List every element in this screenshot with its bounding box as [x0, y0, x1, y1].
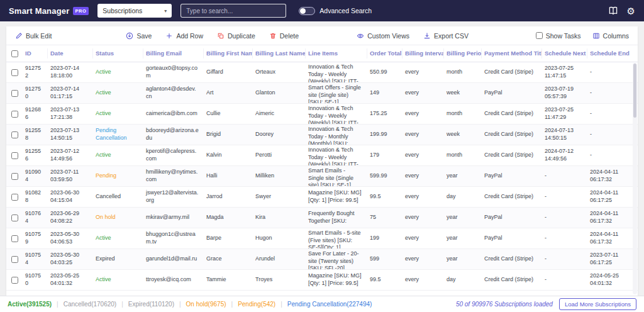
- cell-payment-method-title[interactable]: PayPal: [482, 233, 542, 243]
- footer-status-cancelled[interactable]: Cancelled(170620): [64, 301, 117, 308]
- column-header-payment-method-title[interactable]: Payment Method Title: [482, 48, 542, 58]
- cell-status[interactable]: Active: [93, 88, 143, 98]
- cell-schedule-next[interactable]: 2024-07-13 14:50:15: [542, 126, 587, 143]
- cell-id[interactable]: 910750: [23, 271, 48, 288]
- cell-id[interactable]: 912752: [23, 64, 48, 81]
- cell-billing-interval[interactable]: every: [402, 192, 444, 202]
- cell-schedule-end[interactable]: 2024-05-25 04:01:32: [587, 271, 638, 288]
- cell-schedule-end[interactable]: 2024-04-11 06:17:25: [587, 188, 638, 205]
- cell-billing-period[interactable]: year: [444, 171, 482, 181]
- cell-date[interactable]: 2023-07-14 18:18:00: [48, 64, 93, 81]
- cell-billing-period[interactable]: week: [444, 88, 482, 98]
- cell-billing-period[interactable]: month: [444, 109, 482, 119]
- cell-line-items[interactable]: Smart Emails - Single site (Single site)…: [306, 166, 367, 186]
- column-header-billing-period[interactable]: Billing Period: [444, 48, 482, 58]
- cell-billing-interval[interactable]: every: [402, 130, 444, 140]
- cell-payment-method-title[interactable]: Credit Card (Stripe): [482, 275, 542, 285]
- cell-schedule-next[interactable]: -: [542, 192, 587, 202]
- cell-billing-first-name[interactable]: Tammie: [204, 275, 253, 285]
- export-csv-button[interactable]: Export CSV: [423, 32, 469, 40]
- cell-billing-last-name[interactable]: Doorey: [253, 130, 306, 140]
- column-header-schedule-next[interactable]: Schedule Next: [542, 48, 587, 58]
- cell-schedule-next[interactable]: 2023-07-25 11:47:15: [542, 64, 587, 81]
- add-row-button[interactable]: Add Row: [165, 32, 203, 40]
- cell-id[interactable]: 912556: [23, 147, 48, 164]
- cell-payment-method-title[interactable]: Credit Card (Stripe): [482, 109, 542, 119]
- cell-order-total[interactable]: 149: [367, 88, 402, 98]
- cell-order-total[interactable]: 199.99: [367, 130, 402, 140]
- cell-line-items[interactable]: Innovation & Tech Today - Weekly (Weekly…: [306, 145, 367, 165]
- cell-status[interactable]: Active: [93, 150, 143, 160]
- cell-billing-first-name[interactable]: Jarrod: [204, 192, 253, 202]
- cell-schedule-next[interactable]: -: [542, 275, 587, 285]
- footer-status-active[interactable]: Active(391525): [8, 301, 52, 308]
- column-header-billing-email[interactable]: Billing Email: [143, 48, 204, 58]
- column-header-status[interactable]: Status: [93, 48, 143, 58]
- cell-id[interactable]: 910904: [23, 167, 48, 184]
- cell-date[interactable]: 2023-06-30 04:15:04: [48, 188, 93, 205]
- cell-billing-last-name[interactable]: Swyer: [253, 192, 306, 202]
- cell-billing-first-name[interactable]: Magda: [204, 213, 253, 223]
- cell-billing-last-name[interactable]: Perotti: [253, 150, 306, 160]
- cell-order-total[interactable]: 599: [367, 254, 402, 264]
- cell-billing-email[interactable]: ttroyesk@icq.com: [143, 275, 204, 285]
- cell-payment-method-title[interactable]: Credit Card (Stripe): [482, 254, 542, 264]
- cell-date[interactable]: 2023-07-14 01:17:15: [48, 84, 93, 101]
- cell-billing-first-name[interactable]: Art: [204, 88, 253, 98]
- cell-payment-method-title[interactable]: Credit Card (Stripe): [482, 150, 542, 160]
- column-header-date[interactable]: Date: [48, 48, 93, 58]
- cell-status[interactable]: Active: [93, 109, 143, 119]
- select-all-checkbox[interactable]: [11, 50, 18, 57]
- cell-billing-interval[interactable]: every: [402, 67, 444, 77]
- footer-status-expired[interactable]: Expired(110120): [128, 301, 174, 308]
- cell-schedule-end[interactable]: 2024-04-11 06:17:32: [587, 230, 638, 247]
- cell-billing-last-name[interactable]: Aimeric: [253, 109, 306, 119]
- cell-billing-email[interactable]: bdooreyd@arizona.edu: [143, 126, 204, 143]
- cell-billing-last-name[interactable]: Milliken: [253, 171, 306, 181]
- cell-status[interactable]: Active: [93, 67, 143, 77]
- row-checkbox[interactable]: [11, 131, 18, 138]
- cell-line-items[interactable]: Frequently Bought Together [SKU:: [306, 209, 367, 226]
- cell-billing-first-name[interactable]: Halli: [204, 171, 253, 181]
- duplicate-button[interactable]: Duplicate: [217, 32, 255, 40]
- cell-billing-period[interactable]: year: [444, 254, 482, 264]
- column-header-line-items[interactable]: Line Items: [306, 48, 367, 58]
- cell-billing-period[interactable]: month: [444, 67, 482, 77]
- cell-schedule-next[interactable]: -: [542, 171, 587, 181]
- cell-line-items[interactable]: Save For Later - 20-site (Twenty sites) …: [306, 249, 367, 269]
- cell-line-items[interactable]: Smart Emails - 5-site (Five sites) [SKU:…: [306, 228, 367, 248]
- cell-id[interactable]: 912750: [23, 84, 48, 101]
- cell-billing-last-name[interactable]: Kira: [253, 213, 306, 223]
- cell-schedule-end[interactable]: 2024-04-11 06:17:32: [587, 167, 638, 184]
- cell-id[interactable]: 910828: [23, 188, 48, 205]
- cell-billing-email[interactable]: aglanton4@desdev.cn: [143, 84, 204, 101]
- cell-status[interactable]: Pending Cancellation: [93, 126, 143, 143]
- cell-schedule-end[interactable]: 2024-04-11 06:17:32: [587, 209, 638, 226]
- cell-order-total[interactable]: 599.99: [367, 171, 402, 181]
- cell-billing-period[interactable]: month: [444, 150, 482, 160]
- cell-billing-interval[interactable]: every: [402, 88, 444, 98]
- cell-order-total[interactable]: 99.5: [367, 192, 402, 202]
- cell-schedule-next[interactable]: -: [542, 254, 587, 264]
- cell-schedule-end[interactable]: -: [587, 67, 638, 77]
- cell-payment-method-title[interactable]: Credit Card (Stripe): [482, 67, 542, 77]
- cell-billing-email[interactable]: garundel1d@mail.ru: [143, 254, 204, 264]
- cell-billing-first-name[interactable]: Barpe: [204, 233, 253, 243]
- cell-order-total[interactable]: 175.25: [367, 109, 402, 119]
- row-checkbox[interactable]: [11, 69, 18, 76]
- cell-id[interactable]: 910759: [23, 230, 48, 247]
- cell-billing-interval[interactable]: every: [402, 109, 444, 119]
- cell-status[interactable]: On hold: [93, 213, 143, 223]
- cell-billing-first-name[interactable]: Giffard: [204, 67, 253, 77]
- cell-billing-last-name[interactable]: Orteaux: [253, 67, 306, 77]
- cell-billing-last-name[interactable]: Hugon: [253, 233, 306, 243]
- cell-schedule-next[interactable]: 2023-07-19 05:57:39: [542, 84, 587, 101]
- show-tasks-checkbox[interactable]: [536, 32, 543, 39]
- cell-schedule-next[interactable]: 2024-07-12 14:49:56: [542, 147, 587, 164]
- cell-payment-method-title[interactable]: PayPal: [482, 171, 542, 181]
- cell-billing-interval[interactable]: every: [402, 254, 444, 264]
- cell-billing-interval[interactable]: every: [402, 171, 444, 181]
- cell-order-total[interactable]: 179: [367, 150, 402, 160]
- cell-schedule-next[interactable]: -: [542, 213, 587, 223]
- cell-line-items[interactable]: Smart Offers - Single site (Single site)…: [306, 83, 367, 103]
